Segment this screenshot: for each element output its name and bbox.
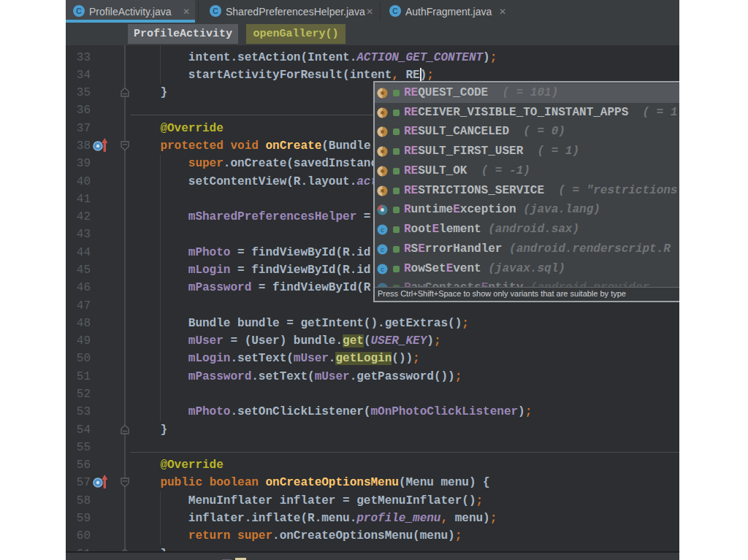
svg-text:c: c (381, 246, 384, 253)
svg-text:c: c (381, 266, 384, 273)
svg-text:c: c (381, 226, 384, 234)
